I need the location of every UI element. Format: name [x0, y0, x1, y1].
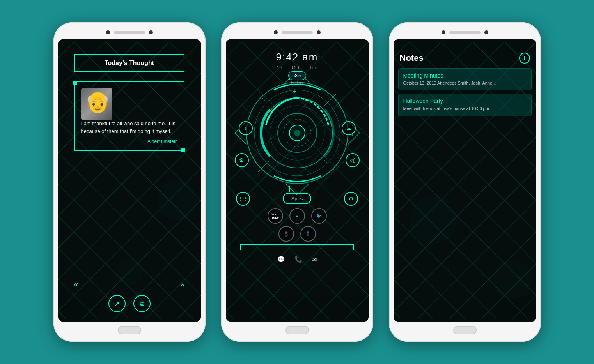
volume-widget[interactable]: ◁)	[346, 153, 360, 167]
youtube-icon[interactable]: YouTube	[268, 208, 283, 224]
add-note-button[interactable]: +	[519, 53, 530, 64]
settings-left-widget[interactable]: ⚙	[235, 153, 249, 167]
phone2-content: 9:42 am 15 Oct Tue	[226, 48, 369, 322]
phone3-content: Notes + Meeting Minutes October 13, 2019…	[394, 48, 536, 322]
battery-widget: 58% Battery	[288, 71, 306, 85]
front-btn	[149, 30, 153, 34]
message-icon[interactable]: 💬	[277, 256, 285, 263]
speaker-bar	[114, 31, 145, 34]
einstein-image	[81, 88, 112, 120]
apps-grid-icon: ⋮⋮	[238, 196, 248, 202]
quote-box: I am thankful to all who said no to me. …	[74, 81, 185, 151]
svg-text:+: +	[293, 88, 296, 94]
quote-author: Albert Einstein	[81, 139, 178, 144]
home-button-2[interactable]	[285, 326, 309, 334]
battery-label: Battery	[288, 81, 306, 85]
share-button[interactable]: ↗	[108, 295, 126, 312]
svg-text:−: −	[293, 173, 296, 180]
volume-icon: ◁)	[349, 157, 356, 163]
phone2-screen: 9:42 AM ... 🔕 📶 ⬛ 🔋 9:42 am 15 Oct Tue	[226, 39, 369, 322]
camera-dot	[106, 30, 110, 34]
svg-text:−: −	[239, 173, 242, 180]
prev-arrow[interactable]: «	[74, 280, 78, 289]
speaker-bar-3	[449, 31, 481, 34]
todays-thought-button[interactable]: Today's Thought	[74, 54, 185, 72]
cloud-widget[interactable]: ☁	[342, 121, 356, 135]
settings-right-icon: ⚙	[349, 196, 354, 202]
bottom-actions: ↗ ⧉	[108, 295, 151, 312]
nav-arrows: « »	[74, 280, 185, 289]
note-card-0[interactable]: Meeting Minutes October 13, 2019 Attende…	[398, 68, 532, 90]
svg-line-24	[324, 94, 336, 106]
home-button-1[interactable]	[118, 326, 141, 334]
svg-line-20	[297, 184, 309, 195]
date-month: Oct	[292, 65, 300, 71]
date-day: 15	[277, 65, 282, 71]
copy-icon: ⧉	[140, 300, 144, 307]
date-weekday: Tue	[309, 65, 317, 71]
note-card-1[interactable]: Halloween Party Meet with friends at Lis…	[398, 94, 532, 116]
apps-grid-button[interactable]: ⋮⋮	[236, 192, 250, 206]
hud-container: + + − − 58% Battery ♪ ☁	[235, 71, 360, 195]
svg-line-26	[324, 160, 336, 172]
next-arrow[interactable]: »	[180, 280, 184, 289]
settings-right-button[interactable]: ⚙	[344, 192, 358, 206]
bottom-bracket	[240, 244, 354, 250]
speaker-bar-2	[282, 31, 313, 34]
clock-time: 9:42 am	[276, 51, 318, 63]
hud-svg: + + − −	[235, 71, 360, 195]
phone-3: 9:45 AM ... 🔕 📶 ⬛ 🔋 Notes + Meeting Minu…	[389, 22, 541, 342]
cloud-icon: ☁	[346, 125, 351, 131]
clock-section: 9:42 am 15 Oct Tue	[276, 51, 318, 71]
bottom-section: ⋮⋮ Apps ⚙ YouTube ● 🐦 📱 f	[226, 191, 369, 266]
home-button-3[interactable]	[453, 326, 477, 334]
facebook-icon[interactable]: f	[300, 226, 316, 242]
email-icon[interactable]: ✉	[312, 256, 317, 263]
twitter-icon[interactable]: 🐦	[311, 208, 327, 224]
app-icons-row1: YouTube ● 🐦	[226, 208, 369, 224]
copy-button[interactable]: ⧉	[133, 295, 151, 312]
svg-line-23	[258, 94, 270, 106]
note-preview-0: October 13, 2019 Attendees Smith, Josh, …	[403, 80, 527, 86]
camera-dot-3	[442, 30, 445, 34]
settings-left-icon: ⚙	[239, 157, 244, 163]
phone-2: 9:42 AM ... 🔕 📶 ⬛ 🔋 9:42 am 15 Oct Tue	[221, 22, 373, 342]
whatsapp-icon[interactable]: 📱	[278, 226, 294, 242]
phone-icon[interactable]: 📞	[294, 256, 302, 263]
svg-point-34	[294, 130, 300, 136]
phone1-screen: 9:42 AM ... 🔕 📶 ⬛ 🔋 Today's Thought I am…	[58, 39, 201, 322]
note-title-0: Meeting Minutes	[403, 72, 527, 79]
notes-header: Notes +	[394, 48, 536, 67]
phone3-screen: 9:45 AM ... 🔕 📶 ⬛ 🔋 Notes + Meeting Minu…	[394, 39, 536, 322]
svg-line-25	[258, 160, 270, 172]
music-widget[interactable]: ♪	[239, 121, 253, 135]
note-title-1: Halloween Party	[403, 98, 527, 104]
music-icon: ♪	[244, 125, 247, 131]
whatsapp-row1[interactable]: ●	[289, 208, 305, 224]
note-preview-1: Meet with friends at Lisa's house at 10:…	[403, 106, 527, 111]
svg-line-19	[285, 184, 297, 195]
bottom-nav: 💬 📞 ✉	[274, 253, 320, 266]
camera-dot-2	[274, 30, 278, 34]
phone1-content: Today's Thought I am thankful to all who…	[58, 48, 201, 322]
battery-percentage: 58%	[288, 71, 306, 80]
share-icon: ↗	[114, 300, 119, 307]
notes-title: Notes	[400, 53, 424, 63]
app-icons-row2: 📱 f	[226, 226, 369, 242]
front-btn-2	[317, 30, 321, 34]
front-btn-3	[484, 30, 488, 34]
phone-1: 9:42 AM ... 🔕 📶 ⬛ 🔋 Today's Thought I am…	[53, 22, 206, 342]
quote-text: I am thankful to all who said no to me. …	[81, 120, 178, 135]
clock-date: 15 Oct Tue	[276, 65, 318, 71]
